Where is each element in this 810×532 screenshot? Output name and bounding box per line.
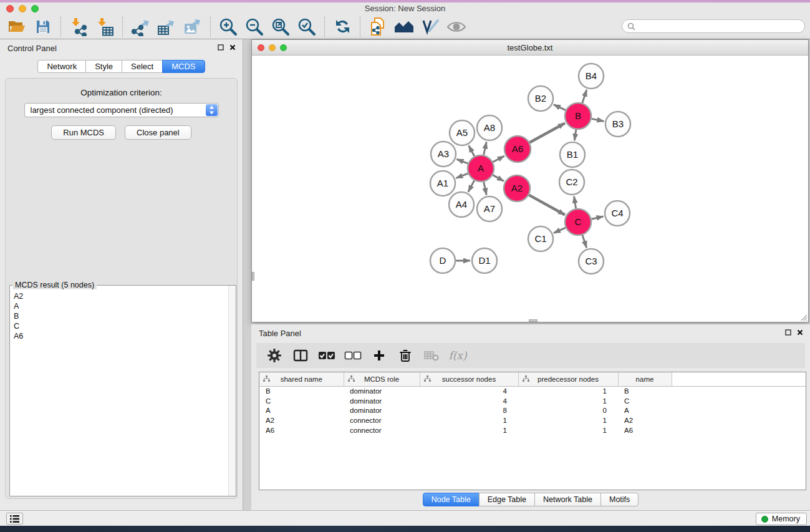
home-networks-icon[interactable] — [391, 16, 417, 37]
table-cell[interactable]: 1 — [420, 425, 518, 435]
edge-A-A5[interactable] — [469, 145, 475, 156]
table-cell[interactable]: A — [259, 405, 344, 415]
edge-A-A7[interactable] — [484, 182, 487, 195]
table-cell[interactable]: A2 — [618, 415, 672, 425]
table-cell[interactable]: C — [618, 396, 672, 406]
table-cell[interactable]: 1 — [518, 396, 618, 406]
table-cell[interactable]: connector — [344, 425, 420, 435]
table-cell[interactable]: connector — [344, 415, 420, 425]
zoom-fit-icon[interactable] — [268, 16, 294, 37]
table-cell[interactable]: 1 — [518, 425, 618, 435]
zoom-selected-icon[interactable] — [294, 16, 320, 37]
column-header-successor-nodes[interactable]: successor nodes — [420, 372, 518, 386]
table-cell[interactable]: dominator — [344, 405, 420, 415]
edge-A-A1[interactable] — [456, 173, 468, 178]
edge-B-B2[interactable] — [554, 105, 566, 110]
search-input[interactable] — [639, 21, 804, 32]
run-mcds-button[interactable]: Run MCDS — [51, 125, 116, 140]
edge-B-B1[interactable] — [574, 130, 576, 140]
edge-A-A6[interactable] — [493, 156, 504, 162]
table-cell[interactable]: B — [618, 386, 672, 396]
column-header-MCDS-role[interactable]: MCDS role — [344, 372, 420, 386]
edge-A-A3[interactable] — [456, 159, 468, 163]
tab-network-table[interactable]: Network Table — [534, 493, 601, 506]
table-row[interactable]: Bdominator41B — [259, 386, 806, 396]
tab-motifs[interactable]: Motifs — [600, 493, 639, 506]
select-all-icon[interactable] — [317, 346, 336, 365]
table-cell[interactable]: A2 — [259, 415, 344, 425]
edge-C-C1[interactable] — [554, 228, 566, 233]
tab-edge-table[interactable]: Edge Table — [479, 493, 535, 506]
edge-A-A4[interactable] — [468, 180, 475, 191]
show-columns-icon[interactable] — [291, 346, 310, 365]
table-cell[interactable]: A — [618, 405, 672, 415]
save-icon[interactable] — [30, 16, 56, 37]
table-cell[interactable]: B — [259, 386, 344, 396]
table-cell[interactable]: 1 — [518, 386, 618, 396]
edge-A6-B[interactable] — [529, 123, 565, 143]
edge-C-C3[interactable] — [582, 235, 587, 248]
table-cell[interactable]: A6 — [618, 425, 672, 435]
list-item[interactable]: B — [14, 311, 236, 321]
edge-C-C2[interactable] — [574, 196, 576, 209]
table-cell[interactable]: 4 — [420, 386, 518, 396]
export-image-icon[interactable] — [180, 16, 206, 37]
list-item[interactable]: A2 — [14, 291, 236, 301]
edge-B-B3[interactable] — [592, 118, 604, 121]
export-table-icon[interactable] — [153, 16, 180, 37]
close-panel-button[interactable]: Close panel — [125, 125, 191, 140]
edge-C-C4[interactable] — [591, 216, 603, 219]
network-canvas[interactable]: AA1A2A3A4A5A6A7A8BB1B2B3B4CC1C2C3C4DD1 — [252, 56, 808, 322]
table-row[interactable]: Adominator80A — [259, 405, 806, 415]
export-network-icon[interactable] — [127, 16, 153, 37]
settings-gear-icon[interactable] — [265, 346, 284, 365]
tab-network[interactable]: Network — [37, 60, 86, 73]
column-header-name[interactable]: name — [618, 372, 672, 386]
tab-style[interactable]: Style — [85, 60, 122, 73]
float-panel-icon[interactable] — [218, 44, 224, 51]
table-cell[interactable]: 4 — [420, 396, 518, 406]
memory-button[interactable]: Memory — [756, 513, 807, 525]
table-row[interactable]: A6connector11A6 — [259, 425, 806, 435]
edge-B-B4[interactable] — [582, 90, 587, 103]
resize-grip[interactable] — [799, 312, 808, 321]
vertical-scroll-thumb[interactable] — [252, 272, 254, 281]
add-row-icon[interactable] — [370, 346, 388, 365]
tab-select[interactable]: Select — [122, 60, 163, 73]
table-cell[interactable]: C — [259, 396, 344, 406]
zoom-out-icon[interactable] — [241, 16, 268, 37]
task-history-button[interactable] — [6, 513, 23, 525]
import-table-icon[interactable] — [92, 16, 118, 37]
refresh-icon[interactable] — [329, 16, 355, 37]
table-cell[interactable]: 8 — [420, 405, 518, 415]
duplicate-network-icon[interactable] — [365, 16, 391, 37]
edge-A-A8[interactable] — [484, 142, 487, 155]
deselect-all-icon[interactable] — [344, 346, 362, 365]
zoom-in-icon[interactable] — [215, 16, 241, 37]
horizontal-scroll-thumb[interactable] — [529, 319, 538, 322]
eye-preview-icon[interactable] — [443, 16, 470, 37]
tab-node-table[interactable]: Node Table — [423, 493, 480, 506]
close-panel-icon[interactable] — [229, 44, 236, 51]
close-table-panel-icon[interactable] — [797, 329, 803, 336]
list-item[interactable]: A6 — [14, 331, 236, 341]
table-cell[interactable]: dominator — [344, 386, 420, 396]
import-network-icon[interactable] — [65, 16, 92, 37]
column-header-shared-name[interactable]: shared name — [259, 372, 344, 386]
table-cell[interactable]: A6 — [259, 425, 344, 435]
delete-rows-icon[interactable] — [396, 346, 415, 365]
float-table-panel-icon[interactable] — [785, 329, 791, 336]
table-cell[interactable]: 0 — [518, 405, 618, 415]
optimization-criterion-select[interactable]: largest connected component (directed) — [24, 103, 219, 117]
search-field[interactable] — [622, 19, 805, 33]
table-cell[interactable]: dominator — [344, 396, 420, 406]
open-folder-icon[interactable] — [4, 16, 30, 37]
list-item[interactable]: C — [14, 321, 236, 331]
result-scrollbar[interactable] — [228, 286, 236, 496]
list-item[interactable]: A — [14, 301, 236, 311]
table-cell[interactable]: 1 — [420, 415, 518, 425]
edge-A-A2[interactable] — [493, 175, 504, 181]
table-cell[interactable]: 1 — [518, 415, 618, 425]
tab-mcds[interactable]: MCDS — [162, 60, 205, 73]
table-row[interactable]: Cdominator41C — [259, 396, 806, 406]
